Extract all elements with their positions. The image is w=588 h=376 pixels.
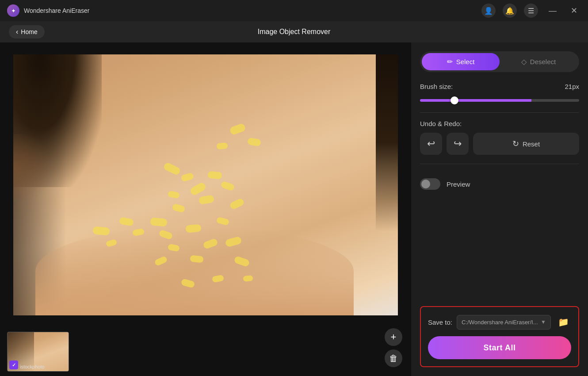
save-row: Save to: C:/Wondershare AniEraser/I... ▼… [428,314,571,330]
menu-icon[interactable]: ☰ [524,4,538,18]
image-container[interactable] [0,42,411,327]
brush-size-slider[interactable] [420,99,579,102]
app-logo-icon: ✦ [7,4,19,17]
redo-icon: ↪ [454,138,462,150]
right-panel: ✏ Select ◇ Deselect Brush size: 21px Und… [411,42,588,376]
title-bar: ✦ Wondershare AniEraser 👤 🔔 ☰ — ✕ [0,0,588,21]
back-chevron-icon: ‹ [16,28,18,36]
page-title: Image Object Remover [258,28,331,36]
thumbnail-strip: ✓ istockphoto + 🗑 [0,327,411,376]
select-button[interactable]: ✏ Select [422,53,500,70]
reset-icon: ↻ [512,139,519,149]
navbar: ‹ Home Image Object Remover [0,21,588,42]
brush-size-header: Brush size: 21px [420,83,579,90]
select-deselect-toggle: ✏ Select ◇ Deselect [420,51,579,72]
app-title: Wondershare AniEraser [24,7,89,14]
redo-button[interactable]: ↪ [447,133,469,155]
save-section: Save to: C:/Wondershare AniEraser/I... ▼… [420,306,579,367]
titlebar-right: 👤 🔔 ☰ — ✕ [481,4,581,18]
undo-redo-section: Undo & Redo: ↩ ↪ ↻ Reset [420,120,579,155]
preview-label: Preview [447,180,470,188]
back-button[interactable]: ‹ Home [9,25,45,38]
brush-size-value: 21px [565,83,579,90]
thumbnail-item[interactable]: ✓ istockphoto [7,332,69,372]
thumbnail-filename: istockphoto [20,364,45,369]
delete-image-button[interactable]: 🗑 [385,349,402,367]
trash-icon: 🗑 [389,353,398,364]
notification-icon[interactable]: 🔔 [503,4,517,18]
folder-icon: 📁 [558,317,569,327]
preview-section: Preview [420,178,579,190]
save-path-dropdown[interactable]: C:/Wondershare AniEraser/I... ▼ [457,315,551,330]
undo-redo-buttons: ↩ ↪ ↻ Reset [420,133,579,155]
eraser-deselect-icon: ◇ [521,58,527,66]
brush-select-icon: ✏ [447,58,453,66]
separator-1 [420,112,579,113]
close-button[interactable]: ✕ [567,4,581,17]
preview-toggle[interactable] [420,178,440,190]
account-icon[interactable]: 👤 [481,4,496,18]
reset-button[interactable]: ↻ Reset [473,133,579,155]
deselect-button[interactable]: ◇ Deselect [500,53,577,70]
strip-action-buttons: + 🗑 [385,328,402,367]
separator-2 [420,164,579,164]
dropdown-chevron-icon: ▼ [541,319,546,325]
portrait-image[interactable] [13,54,398,315]
canvas-area: ✓ istockphoto + 🗑 [0,42,411,376]
titlebar-left: ✦ Wondershare AniEraser [7,4,89,17]
preview-toggle-knob [421,180,430,188]
brush-size-label: Brush size: [420,83,453,90]
minimize-button[interactable]: — [545,4,560,17]
undo-icon: ↩ [427,138,435,150]
save-to-label: Save to: [428,318,452,326]
start-all-button[interactable]: Start All [428,336,571,359]
main-content: ✓ istockphoto + 🗑 ✏ Select ◇ Deselect [0,42,588,376]
spacer [420,190,579,306]
brush-size-section: Brush size: 21px [420,83,579,104]
browse-folder-button[interactable]: 📁 [555,314,571,330]
thumbnail-checkbox: ✓ [9,361,18,369]
preview-row: Preview [420,178,579,190]
add-image-button[interactable]: + [385,328,402,346]
undo-redo-label: Undo & Redo: [420,120,579,127]
undo-button[interactable]: ↩ [420,133,442,155]
